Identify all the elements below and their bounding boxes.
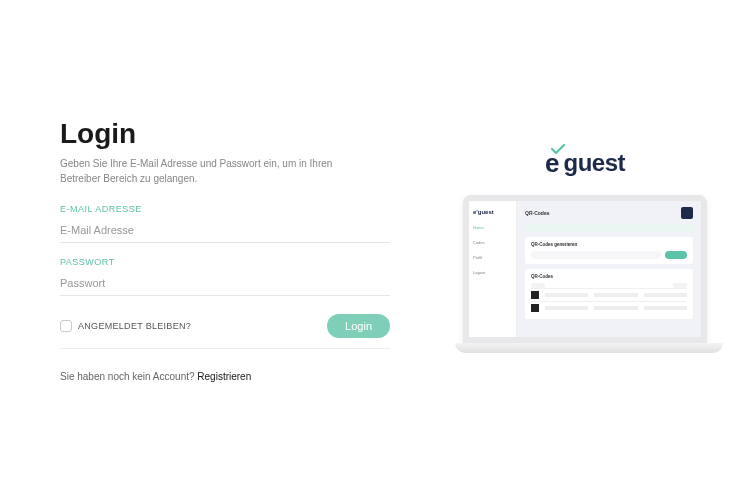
register-link[interactable]: Registrieren [197,371,251,382]
preview-generate-btn [665,251,687,259]
preview-sidebar: e'guest Home Codes Profil Logout [469,201,517,337]
login-button[interactable]: Login [327,314,390,338]
preview-nav-item: Codes [473,238,512,247]
no-account-text: Sie haben noch kein Account? [60,371,197,382]
email-field[interactable] [60,218,390,243]
preview-cell [594,306,637,310]
brand-logo: e guest [545,148,625,179]
preview-info-banner [525,224,693,232]
preview-title: QR-Codes [525,210,549,216]
preview-nav-item: Profil [473,253,512,262]
table-row [531,288,687,301]
preview-main: QR-Codes QR-Codes generieren QR-Codes [517,201,701,337]
preview-list-card: QR-Codes [525,269,693,319]
preview-badge-icon [681,207,693,219]
laptop-screen: e'guest Home Codes Profil Logout QR-Code… [463,195,707,343]
remember-row[interactable]: ANGEMELDET BLEIBEN? [60,320,191,332]
promo-panel: e guest e'guest Home Codes Profil Logout… [420,148,750,353]
preview-tool [531,283,545,288]
preview-generate-card: QR-Codes generieren [525,237,693,264]
register-line: Sie haben noch kein Account? Registriere… [60,371,390,382]
logo-guest: guest [563,149,625,177]
login-panel: Login Geben Sie Ihre E-Mail Adresse und … [0,118,420,382]
qr-icon [531,291,539,299]
preview-input [531,251,661,259]
preview-gen-title: QR-Codes generieren [531,242,687,247]
preview-cell [644,306,687,310]
table-row [531,301,687,314]
preview-nav-item: Home [473,223,512,232]
page-subtitle: Geben Sie Ihre E-Mail Adresse und Passwo… [60,156,360,186]
page-title: Login [60,118,390,150]
logo-e: e [545,148,559,179]
preview-cell [594,293,637,297]
remember-label: ANGEMELDET BLEIBEN? [78,321,191,331]
check-icon [551,144,565,154]
preview-cell [545,293,588,297]
preview-list-title: QR-Codes [531,274,687,279]
preview-cell [545,306,588,310]
email-label: E-MAIL ADRESSE [60,204,390,214]
preview-nav-item: Logout [473,268,512,277]
preview-cell [644,293,687,297]
qr-icon [531,304,539,312]
remember-checkbox[interactable] [60,320,72,332]
laptop-mockup: e'guest Home Codes Profil Logout QR-Code… [455,195,715,353]
password-field[interactable] [60,271,390,296]
preview-tool [673,283,687,288]
laptop-base [455,343,723,353]
preview-logo: e'guest [473,207,512,217]
password-label: PASSWORT [60,257,390,267]
